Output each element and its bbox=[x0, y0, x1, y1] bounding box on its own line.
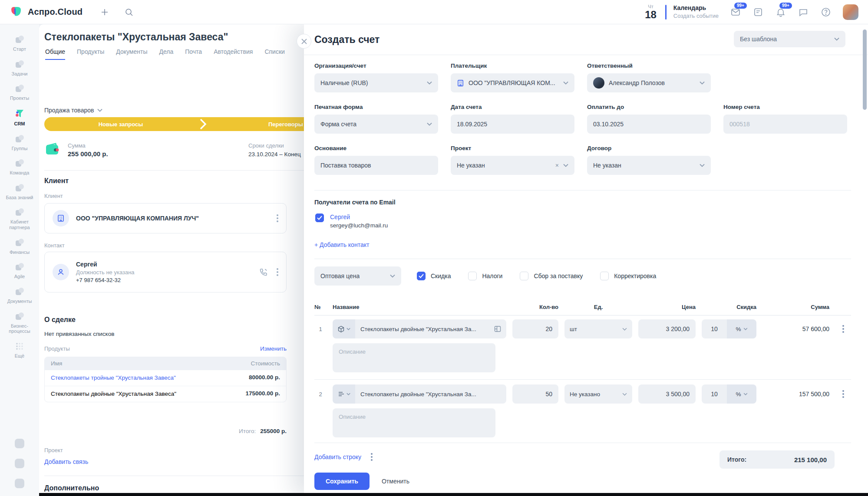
tab-lists[interactable]: Списки bbox=[264, 48, 284, 60]
responsible-select[interactable]: Александр Полозов bbox=[587, 73, 711, 92]
print-form-select[interactable]: Форма счета bbox=[314, 115, 438, 134]
unit-select[interactable]: шт bbox=[564, 319, 632, 338]
tab-products[interactable]: Продукты bbox=[77, 48, 104, 60]
item-description-input[interactable] bbox=[333, 408, 495, 437]
price-input[interactable] bbox=[644, 391, 690, 397]
catalog-picker-icon[interactable] bbox=[494, 325, 501, 332]
basis-input[interactable] bbox=[320, 162, 432, 169]
add-contact-link[interactable]: + Добавить контакт bbox=[314, 241, 369, 248]
clear-icon[interactable]: × bbox=[555, 162, 559, 169]
product-link[interactable]: Стеклопакеты тройные "Хрустальная Завеса… bbox=[51, 374, 181, 382]
sidebar-item-agile[interactable]: Agile bbox=[1, 262, 38, 279]
date-widget[interactable]: Чт 18 bbox=[645, 4, 657, 20]
correction-checkbox-item[interactable]: Корректировка bbox=[600, 272, 656, 280]
row-menu-kebab[interactable] bbox=[842, 390, 844, 398]
client-name[interactable]: ООО "УПРАВЛЯЮЩАЯ КОМПАНИЯ ЛУЧ" bbox=[76, 215, 199, 222]
notes-icon[interactable] bbox=[752, 7, 764, 18]
search-icon[interactable] bbox=[123, 7, 135, 18]
tab-documents[interactable]: Документы bbox=[116, 48, 147, 60]
chat-icon[interactable] bbox=[798, 7, 809, 18]
recipient-checkbox[interactable] bbox=[315, 214, 324, 222]
scrollbar-thumb[interactable] bbox=[863, 30, 867, 110]
sidebar-item-team[interactable]: Команда bbox=[1, 158, 38, 176]
sidebar-item-more[interactable]: Ещё bbox=[1, 342, 38, 359]
item-name[interactable]: Стеклопакеты двойные "Хрустальная За... bbox=[360, 326, 491, 332]
contact-phone: +7 987 654-32-32 bbox=[76, 277, 135, 283]
taxes-checkbox[interactable] bbox=[468, 272, 477, 280]
contract-select[interactable]: Не указан bbox=[587, 156, 711, 175]
contact-name[interactable]: Сергей bbox=[76, 261, 135, 268]
calendar-create-event[interactable]: Создать событие bbox=[673, 13, 719, 20]
partner-logo-icon[interactable] bbox=[15, 439, 24, 448]
tab-mail[interactable]: Почта bbox=[185, 48, 202, 60]
discount-unit-select[interactable]: % bbox=[727, 319, 756, 338]
taxes-checkbox-item[interactable]: Налоги bbox=[468, 272, 502, 280]
sidebar-item-projects[interactable]: Проекты bbox=[1, 84, 38, 101]
tab-general[interactable]: Общие bbox=[45, 48, 65, 60]
sidebar-item-partner-cabinet[interactable]: Кабинет партнера bbox=[1, 207, 38, 230]
client-card[interactable]: ООО "УПРАВЛЯЮЩАЯ КОМПАНИЯ ЛУЧ" bbox=[44, 203, 287, 233]
team-icon bbox=[15, 158, 24, 168]
item-description-input[interactable] bbox=[333, 343, 495, 372]
due-date-input[interactable] bbox=[593, 121, 705, 128]
add-row-link[interactable]: Добавить строку bbox=[314, 453, 361, 460]
invoice-number-input[interactable] bbox=[729, 121, 841, 128]
item-name[interactable]: Стеклопакеты двойные "Хрустальная За... bbox=[360, 391, 501, 397]
tab-activities[interactable]: Дела bbox=[159, 48, 173, 60]
payer-select[interactable]: ООО "УПРАВЛЯЮЩАЯ КОМ... bbox=[451, 73, 574, 92]
invoice-date-input[interactable] bbox=[457, 121, 568, 128]
qty-input[interactable] bbox=[518, 325, 552, 332]
add-row-menu-kebab[interactable] bbox=[371, 453, 373, 461]
discount-checkbox[interactable] bbox=[417, 272, 426, 280]
discount-input[interactable] bbox=[702, 391, 727, 397]
help-icon[interactable] bbox=[820, 7, 832, 18]
sidebar-item-groups[interactable]: Группы bbox=[1, 134, 38, 151]
item-type-select[interactable] bbox=[333, 319, 355, 338]
brand[interactable]: Аспро.Cloud bbox=[10, 6, 83, 18]
org-select[interactable]: Наличные (RUB) bbox=[314, 73, 438, 92]
qty-input[interactable] bbox=[518, 391, 552, 397]
sidebar-item-knowledge-base[interactable]: База знаний bbox=[1, 183, 38, 200]
products-edit-link[interactable]: Изменить bbox=[44, 345, 287, 352]
create-plus-icon[interactable] bbox=[99, 7, 110, 18]
sidebar-item-tasks[interactable]: Задачи bbox=[1, 59, 38, 77]
project-select[interactable]: Не указан × bbox=[451, 156, 574, 175]
unit-select[interactable]: Не указано bbox=[564, 384, 632, 404]
price-input[interactable] bbox=[644, 325, 690, 332]
mail-icon[interactable]: 99+ bbox=[730, 7, 741, 18]
client-menu-kebab[interactable] bbox=[277, 214, 278, 222]
sidebar-item-crm[interactable]: CRM bbox=[1, 108, 38, 127]
sidebar-item-business-processes[interactable]: Бизнес-процессы bbox=[1, 312, 38, 334]
support-chat-icon[interactable] bbox=[15, 479, 24, 488]
sidebar-item-finance[interactable]: Финансы bbox=[1, 238, 38, 255]
item-type-select[interactable] bbox=[333, 384, 355, 404]
notifications-bell-icon[interactable]: 99+ bbox=[775, 7, 786, 18]
delivery-fee-checkbox[interactable] bbox=[520, 272, 528, 280]
calendar-widget[interactable]: Календарь Создать событие bbox=[673, 4, 719, 20]
discount-input[interactable] bbox=[702, 325, 727, 332]
recipient-name[interactable]: Сергей bbox=[330, 214, 388, 220]
contact-menu-kebab[interactable] bbox=[277, 268, 278, 276]
cancel-button[interactable]: Отменить bbox=[382, 478, 409, 485]
row-menu-kebab[interactable] bbox=[842, 325, 844, 333]
phone-icon[interactable] bbox=[259, 268, 268, 276]
row-sum: 57 600,00 bbox=[762, 325, 829, 332]
funnel-select[interactable]: Продажа товаров bbox=[44, 107, 102, 114]
close-icon[interactable] bbox=[297, 34, 311, 49]
tab-autoactions[interactable]: Автодействия bbox=[214, 48, 253, 60]
sidebar-item-start[interactable]: Старт bbox=[1, 35, 38, 52]
add-relation-link[interactable]: Добавить связь bbox=[44, 458, 88, 465]
integrations-icon[interactable] bbox=[15, 459, 24, 468]
contact-card[interactable]: Сергей Должность не указана +7 987 654-3… bbox=[44, 252, 287, 292]
stage-new-requests[interactable]: Новые запросы bbox=[44, 117, 197, 131]
user-avatar[interactable] bbox=[843, 4, 858, 20]
chevron-down-icon bbox=[834, 37, 839, 41]
save-button[interactable]: Сохранить bbox=[314, 473, 370, 490]
template-select[interactable]: Без шаблона bbox=[734, 31, 845, 47]
sidebar-item-documents[interactable]: Документы bbox=[1, 287, 38, 304]
discount-checkbox-item[interactable]: Скидка bbox=[417, 272, 451, 280]
price-type-select[interactable]: Оптовая цена bbox=[314, 266, 401, 286]
delivery-fee-checkbox-item[interactable]: Сбор за поставку bbox=[520, 272, 583, 280]
discount-unit-select[interactable]: % bbox=[727, 384, 756, 404]
correction-checkbox[interactable] bbox=[600, 272, 609, 280]
